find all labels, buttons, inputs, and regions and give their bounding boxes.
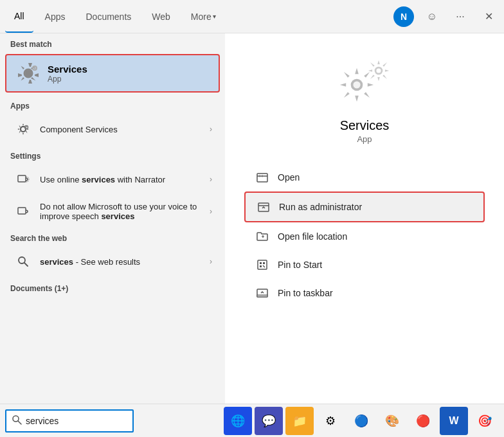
list-item-web-search[interactable]: services - See web results ›	[3, 246, 222, 277]
left-panel: Best match	[0, 33, 225, 404]
component-services-icon	[13, 119, 33, 139]
action-run-as-admin-label: Run as administrator	[279, 202, 362, 212]
svg-rect-19	[260, 265, 262, 267]
svg-point-3	[34, 67, 36, 69]
admin-icon	[256, 199, 271, 215]
tab-more[interactable]: More ▾	[182, 0, 225, 33]
search-web-icon	[13, 251, 33, 272]
settings-label: Settings	[0, 145, 225, 163]
svg-point-11	[353, 81, 360, 88]
action-run-as-admin[interactable]: Run as administrator	[244, 192, 485, 222]
docs-label: Documents (1+)	[0, 278, 225, 296]
list-item-narrator[interactable]: Use online services with Narrator ›	[3, 164, 222, 195]
component-services-label: Component Services	[40, 125, 210, 134]
tab-all[interactable]: All	[5, 0, 33, 33]
web-label: Search the web	[0, 227, 225, 245]
narrator-label: Use online services with Narrator	[40, 175, 210, 184]
search-icon	[12, 415, 22, 427]
pin-start-icon	[255, 257, 270, 272]
best-match-text: Services App	[48, 64, 87, 84]
best-match-item[interactable]: Services App	[5, 54, 220, 93]
action-open[interactable]: Open	[244, 163, 485, 192]
top-nav: All Apps Documents Web More ▾ N ☺ ··· ✕	[0, 0, 504, 33]
taskbar-settings-icon[interactable]: ⚙	[316, 407, 345, 435]
svg-point-13	[376, 68, 381, 73]
action-pin-start[interactable]: Pin to Start	[244, 251, 485, 279]
narrator-arrow-icon: ›	[210, 175, 212, 184]
web-search-label: services - See web results	[40, 257, 210, 267]
speech-label: Do not allow Microsoft to use your voice…	[40, 202, 210, 221]
component-services-arrow-icon: ›	[210, 125, 212, 134]
folder-icon	[255, 229, 270, 244]
best-match-label: Best match	[0, 33, 225, 51]
search-box[interactable]	[5, 409, 134, 433]
taskbar-edge-icon[interactable]: 🌐	[224, 407, 252, 435]
svg-rect-6	[18, 175, 26, 182]
services-app-icon	[339, 59, 390, 111]
main-area: Best match	[0, 33, 504, 404]
action-file-location-label: Open file location	[278, 231, 347, 242]
taskbar-teams-icon[interactable]: 💬	[255, 407, 283, 435]
pin-taskbar-icon	[255, 285, 270, 301]
speech-arrow-icon: ›	[210, 207, 212, 216]
svg-rect-7	[18, 208, 26, 214]
svg-rect-17	[260, 262, 262, 264]
taskbar-gmail-icon[interactable]: 🔴	[409, 407, 437, 435]
svg-rect-18	[263, 262, 265, 264]
taskbar-explorer-icon[interactable]: 📁	[285, 407, 314, 435]
right-panel: Services App Open	[225, 33, 504, 404]
services-icon	[17, 62, 40, 85]
svg-rect-14	[257, 174, 267, 182]
more-options-icon[interactable]: ···	[450, 6, 471, 27]
action-open-file-location[interactable]: Open file location	[244, 222, 485, 251]
action-pin-taskbar[interactable]: Pin to taskbar	[244, 279, 485, 307]
search-input[interactable]	[26, 416, 116, 426]
best-match-type: App	[48, 75, 87, 84]
nav-right: N ☺ ··· ✕	[393, 6, 499, 27]
tab-documents[interactable]: Documents	[76, 0, 140, 33]
svg-rect-21	[257, 295, 267, 297]
taskbar-word-icon[interactable]: W	[440, 407, 468, 435]
avatar[interactable]: N	[393, 6, 414, 27]
bottom-bar: 🌐 💬 📁 ⚙ 🔵 🎨 🔴 W 🎯	[0, 404, 504, 437]
svg-line-23	[18, 421, 21, 424]
close-icon[interactable]: ✕	[478, 6, 499, 27]
feedback-icon[interactable]: ☺	[422, 6, 442, 27]
svg-line-9	[24, 263, 28, 266]
action-pin-taskbar-label: Pin to taskbar	[278, 288, 333, 298]
action-open-label: Open	[278, 172, 300, 183]
taskbar-chrome-icon[interactable]: 🔵	[347, 407, 375, 435]
narrator-icon	[13, 169, 33, 190]
tab-apps[interactable]: Apps	[36, 0, 75, 33]
taskbar-other-icon[interactable]: 🎯	[471, 407, 499, 435]
action-list: Open Run as administrator	[225, 163, 504, 307]
right-app-type: App	[357, 134, 372, 144]
chevron-down-icon: ▾	[213, 13, 216, 20]
list-item-speech[interactable]: Do not allow Microsoft to use your voice…	[3, 196, 222, 227]
best-match-name: Services	[48, 64, 87, 75]
apps-label: Apps	[0, 95, 225, 113]
action-pin-start-label: Pin to Start	[278, 260, 322, 270]
open-icon	[255, 170, 270, 185]
speech-icon	[13, 201, 33, 222]
right-app-name: Services	[340, 118, 390, 133]
svg-rect-16	[258, 260, 267, 269]
taskbar-slack-icon[interactable]: 🎨	[378, 407, 406, 435]
list-item-component-services[interactable]: Component Services ›	[3, 114, 222, 145]
web-search-arrow-icon: ›	[210, 257, 212, 266]
tab-web[interactable]: Web	[143, 0, 179, 33]
